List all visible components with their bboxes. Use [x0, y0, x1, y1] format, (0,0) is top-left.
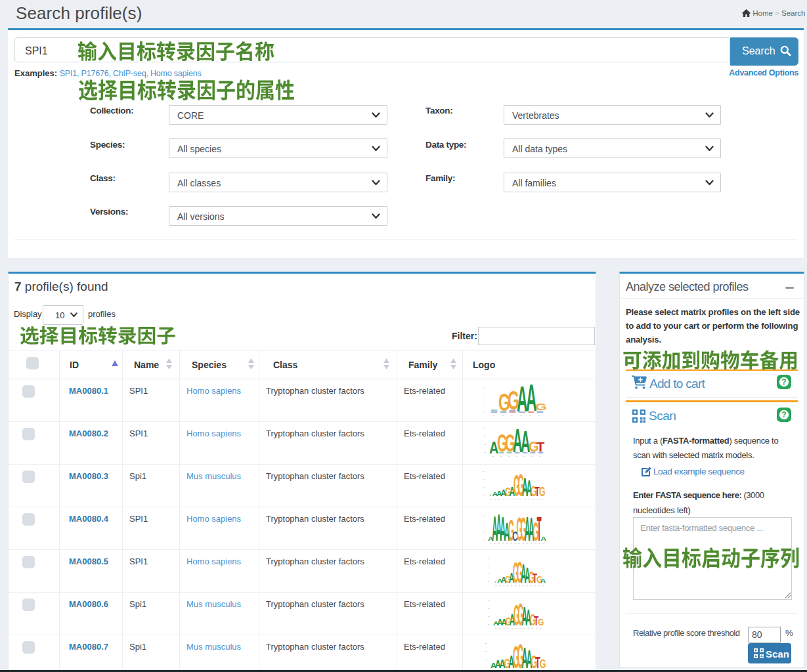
- svg-text:G: G: [538, 617, 544, 628]
- svg-text:A: A: [541, 536, 547, 542]
- svg-text:G: G: [535, 402, 547, 412]
- svg-text:A: A: [540, 577, 546, 584]
- svg-text:G: G: [540, 658, 546, 671]
- svg-text:T: T: [536, 510, 541, 548]
- svg-text:T: T: [536, 440, 544, 454]
- svg-text:G: G: [539, 484, 545, 499]
- svg-text:A: A: [526, 377, 537, 419]
